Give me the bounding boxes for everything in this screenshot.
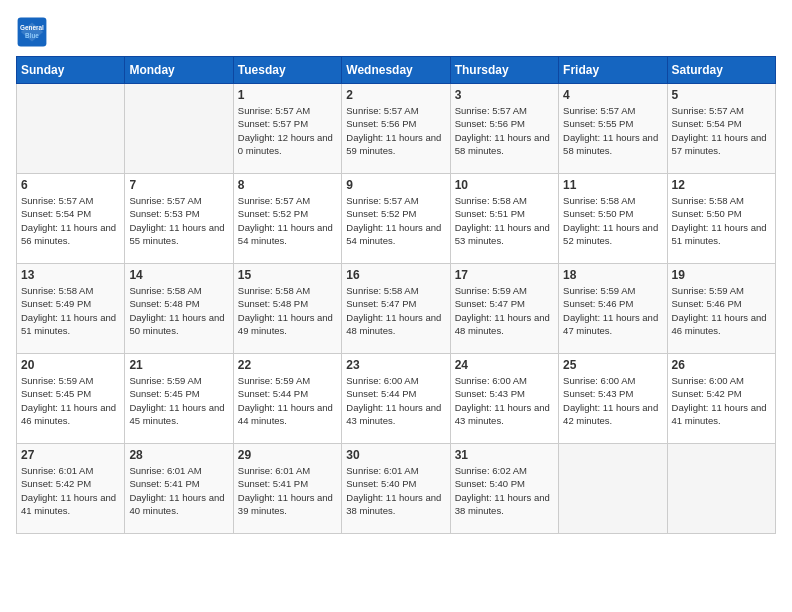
day-number: 13 [21, 268, 120, 282]
calendar-cell: 6Sunrise: 5:57 AMSunset: 5:54 PMDaylight… [17, 174, 125, 264]
day-number: 24 [455, 358, 554, 372]
calendar-cell: 22Sunrise: 5:59 AMSunset: 5:44 PMDayligh… [233, 354, 341, 444]
calendar-cell: 29Sunrise: 6:01 AMSunset: 5:41 PMDayligh… [233, 444, 341, 534]
day-info: Sunrise: 5:58 AMSunset: 5:50 PMDaylight:… [563, 194, 662, 247]
day-number: 16 [346, 268, 445, 282]
day-info: Sunrise: 5:59 AMSunset: 5:45 PMDaylight:… [21, 374, 120, 427]
day-number: 20 [21, 358, 120, 372]
day-info: Sunrise: 5:59 AMSunset: 5:47 PMDaylight:… [455, 284, 554, 337]
day-info: Sunrise: 5:58 AMSunset: 5:49 PMDaylight:… [21, 284, 120, 337]
weekday-header: Thursday [450, 57, 558, 84]
calendar-week-row: 13Sunrise: 5:58 AMSunset: 5:49 PMDayligh… [17, 264, 776, 354]
day-number: 17 [455, 268, 554, 282]
day-number: 26 [672, 358, 771, 372]
day-number: 9 [346, 178, 445, 192]
calendar-cell: 11Sunrise: 5:58 AMSunset: 5:50 PMDayligh… [559, 174, 667, 264]
calendar-cell: 23Sunrise: 6:00 AMSunset: 5:44 PMDayligh… [342, 354, 450, 444]
day-number: 14 [129, 268, 228, 282]
calendar-cell: 4Sunrise: 5:57 AMSunset: 5:55 PMDaylight… [559, 84, 667, 174]
day-number: 11 [563, 178, 662, 192]
calendar-cell: 7Sunrise: 5:57 AMSunset: 5:53 PMDaylight… [125, 174, 233, 264]
day-number: 31 [455, 448, 554, 462]
calendar-cell: 1Sunrise: 5:57 AMSunset: 5:57 PMDaylight… [233, 84, 341, 174]
calendar-body: 1Sunrise: 5:57 AMSunset: 5:57 PMDaylight… [17, 84, 776, 534]
calendar-cell: 26Sunrise: 6:00 AMSunset: 5:42 PMDayligh… [667, 354, 775, 444]
calendar-cell [125, 84, 233, 174]
day-number: 28 [129, 448, 228, 462]
day-number: 30 [346, 448, 445, 462]
calendar-cell: 3Sunrise: 5:57 AMSunset: 5:56 PMDaylight… [450, 84, 558, 174]
day-info: Sunrise: 5:58 AMSunset: 5:50 PMDaylight:… [672, 194, 771, 247]
calendar-cell: 20Sunrise: 5:59 AMSunset: 5:45 PMDayligh… [17, 354, 125, 444]
day-number: 1 [238, 88, 337, 102]
day-info: Sunrise: 6:00 AMSunset: 5:42 PMDaylight:… [672, 374, 771, 427]
day-number: 19 [672, 268, 771, 282]
day-info: Sunrise: 5:57 AMSunset: 5:56 PMDaylight:… [346, 104, 445, 157]
day-number: 4 [563, 88, 662, 102]
calendar-cell: 14Sunrise: 5:58 AMSunset: 5:48 PMDayligh… [125, 264, 233, 354]
day-info: Sunrise: 5:57 AMSunset: 5:52 PMDaylight:… [238, 194, 337, 247]
weekday-header: Friday [559, 57, 667, 84]
calendar-week-row: 27Sunrise: 6:01 AMSunset: 5:42 PMDayligh… [17, 444, 776, 534]
day-number: 25 [563, 358, 662, 372]
svg-text:General: General [20, 24, 44, 31]
calendar-cell: 17Sunrise: 5:59 AMSunset: 5:47 PMDayligh… [450, 264, 558, 354]
day-number: 12 [672, 178, 771, 192]
day-number: 15 [238, 268, 337, 282]
calendar-cell [559, 444, 667, 534]
day-info: Sunrise: 5:58 AMSunset: 5:47 PMDaylight:… [346, 284, 445, 337]
day-number: 2 [346, 88, 445, 102]
calendar-cell: 13Sunrise: 5:58 AMSunset: 5:49 PMDayligh… [17, 264, 125, 354]
weekday-header: Tuesday [233, 57, 341, 84]
page-header: General Blue [16, 16, 776, 48]
calendar-week-row: 6Sunrise: 5:57 AMSunset: 5:54 PMDaylight… [17, 174, 776, 264]
calendar-cell: 24Sunrise: 6:00 AMSunset: 5:43 PMDayligh… [450, 354, 558, 444]
calendar-cell: 15Sunrise: 5:58 AMSunset: 5:48 PMDayligh… [233, 264, 341, 354]
calendar-week-row: 1Sunrise: 5:57 AMSunset: 5:57 PMDaylight… [17, 84, 776, 174]
day-info: Sunrise: 5:57 AMSunset: 5:53 PMDaylight:… [129, 194, 228, 247]
day-number: 3 [455, 88, 554, 102]
day-info: Sunrise: 5:57 AMSunset: 5:57 PMDaylight:… [238, 104, 337, 157]
calendar-cell: 8Sunrise: 5:57 AMSunset: 5:52 PMDaylight… [233, 174, 341, 264]
calendar-table: SundayMondayTuesdayWednesdayThursdayFrid… [16, 56, 776, 534]
calendar-cell: 21Sunrise: 5:59 AMSunset: 5:45 PMDayligh… [125, 354, 233, 444]
day-number: 5 [672, 88, 771, 102]
day-number: 21 [129, 358, 228, 372]
logo-icon: General Blue [16, 16, 48, 48]
day-info: Sunrise: 5:59 AMSunset: 5:46 PMDaylight:… [563, 284, 662, 337]
day-info: Sunrise: 5:58 AMSunset: 5:51 PMDaylight:… [455, 194, 554, 247]
calendar-cell: 16Sunrise: 5:58 AMSunset: 5:47 PMDayligh… [342, 264, 450, 354]
calendar-cell: 18Sunrise: 5:59 AMSunset: 5:46 PMDayligh… [559, 264, 667, 354]
day-info: Sunrise: 5:58 AMSunset: 5:48 PMDaylight:… [238, 284, 337, 337]
svg-text:Blue: Blue [25, 32, 39, 39]
calendar-week-row: 20Sunrise: 5:59 AMSunset: 5:45 PMDayligh… [17, 354, 776, 444]
day-info: Sunrise: 6:01 AMSunset: 5:42 PMDaylight:… [21, 464, 120, 517]
weekday-header: Monday [125, 57, 233, 84]
day-number: 23 [346, 358, 445, 372]
day-number: 27 [21, 448, 120, 462]
weekday-header: Saturday [667, 57, 775, 84]
day-info: Sunrise: 5:59 AMSunset: 5:44 PMDaylight:… [238, 374, 337, 427]
day-info: Sunrise: 5:57 AMSunset: 5:56 PMDaylight:… [455, 104, 554, 157]
day-number: 7 [129, 178, 228, 192]
day-number: 8 [238, 178, 337, 192]
logo: General Blue [16, 16, 52, 48]
calendar-cell [17, 84, 125, 174]
calendar-cell: 28Sunrise: 6:01 AMSunset: 5:41 PMDayligh… [125, 444, 233, 534]
calendar-header: SundayMondayTuesdayWednesdayThursdayFrid… [17, 57, 776, 84]
calendar-cell: 25Sunrise: 6:00 AMSunset: 5:43 PMDayligh… [559, 354, 667, 444]
day-number: 10 [455, 178, 554, 192]
day-info: Sunrise: 6:00 AMSunset: 5:43 PMDaylight:… [455, 374, 554, 427]
day-number: 29 [238, 448, 337, 462]
weekday-header: Sunday [17, 57, 125, 84]
day-number: 22 [238, 358, 337, 372]
day-number: 6 [21, 178, 120, 192]
header-row: SundayMondayTuesdayWednesdayThursdayFrid… [17, 57, 776, 84]
calendar-cell: 31Sunrise: 6:02 AMSunset: 5:40 PMDayligh… [450, 444, 558, 534]
day-info: Sunrise: 6:01 AMSunset: 5:41 PMDaylight:… [238, 464, 337, 517]
calendar-cell: 9Sunrise: 5:57 AMSunset: 5:52 PMDaylight… [342, 174, 450, 264]
day-number: 18 [563, 268, 662, 282]
day-info: Sunrise: 6:01 AMSunset: 5:40 PMDaylight:… [346, 464, 445, 517]
calendar-cell: 5Sunrise: 5:57 AMSunset: 5:54 PMDaylight… [667, 84, 775, 174]
day-info: Sunrise: 5:57 AMSunset: 5:52 PMDaylight:… [346, 194, 445, 247]
